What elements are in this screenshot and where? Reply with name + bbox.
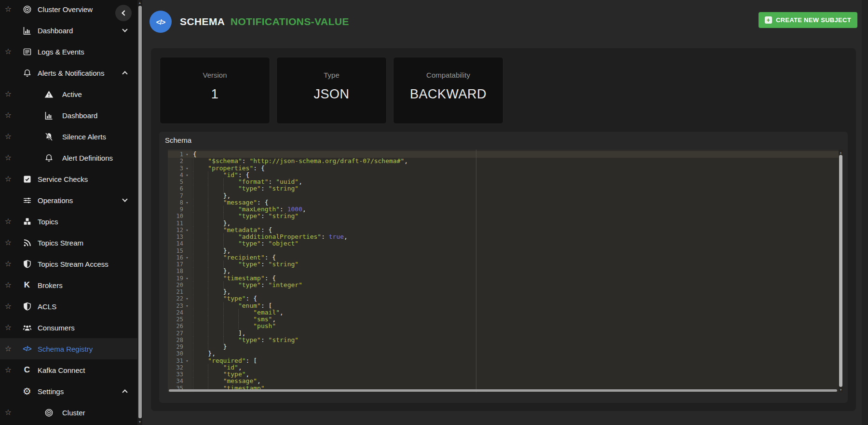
letter-K-icon: K [21,279,33,291]
sidebar-item-topics-stream-access[interactable]: ☆Topics Stream Access [0,253,137,274]
favorite-star-icon[interactable]: ☆ [4,345,13,353]
indent-guide [208,247,223,254]
gutter-line[interactable]: 6 [168,185,192,192]
sidebar-item-brokers[interactable]: ☆KBrokers [0,274,137,296]
sidebar-scrollbar-thumb[interactable] [138,6,142,418]
gutter-line[interactable]: 10 [168,213,192,219]
gutter-line[interactable]: 34 [168,378,192,384]
gutter-line[interactable]: 1▾ [168,151,192,158]
fold-arrow-icon[interactable]: ▾ [183,199,191,206]
gutter-line[interactable]: 25 [168,316,192,323]
favorite-star-icon[interactable]: ☆ [4,111,13,119]
favorite-star-icon[interactable]: ☆ [4,324,13,331]
fold-placeholder [183,371,191,378]
favorite-star-icon[interactable]: ☆ [4,154,13,162]
gutter-line[interactable]: 28 [168,337,192,343]
create-new-subject-button[interactable]: + CREATE NEW SUBJECT [759,12,857,28]
fold-arrow-icon[interactable]: ▾ [183,295,191,302]
gutter-line[interactable]: 21 [168,288,192,295]
gutter-line[interactable]: 26 [168,323,192,329]
gutter-line[interactable]: 2 [168,158,192,165]
gutter-line[interactable]: 23▾ [168,302,192,309]
gutter-line[interactable]: 14 [168,240,192,247]
fold-arrow-icon[interactable]: ▾ [183,227,191,233]
sidebar-item-silence-alerts[interactable]: ☆Silence Alerts [0,126,137,147]
favorite-star-icon[interactable]: ☆ [4,239,13,247]
gutter-line[interactable]: 20 [168,282,192,288]
gutter-line[interactable]: 30 [168,350,192,357]
gutter-line[interactable]: 9 [168,206,192,213]
gutter-line[interactable]: 19▾ [168,275,192,282]
fold-arrow-icon[interactable]: ▾ [183,151,191,158]
favorite-star-icon[interactable]: ☆ [4,5,13,13]
gutter-line[interactable]: 32 [168,364,192,371]
sidebar-item-topics-stream[interactable]: ☆Topics Stream [0,232,137,253]
sidebar-item-alert-definitions[interactable]: ☆Alert Definitions [0,147,137,168]
fold-arrow-icon[interactable]: ▾ [183,172,191,178]
code-token: "integer" [269,281,302,288]
favorite-star-icon[interactable]: ☆ [4,281,13,289]
sidebar-item-cluster[interactable]: ☆Cluster [0,402,137,423]
scroll-up-arrow-icon[interactable]: ▲ [137,0,142,6]
scroll-up-arrow-icon[interactable]: ▲ [839,150,843,155]
sidebar-item-dashboard[interactable]: Dashboard [0,20,137,41]
sidebar-scrollbar[interactable]: ▲ ▼ [137,0,142,425]
fold-arrow-icon[interactable]: ▾ [183,302,191,309]
favorite-star-icon[interactable]: ☆ [4,260,13,268]
gutter-line[interactable]: 29 [168,343,192,350]
sidebar-item-schema-registry[interactable]: ☆</>Schema Registry [0,338,137,359]
favorite-star-icon[interactable]: ☆ [4,302,13,310]
favorite-star-icon[interactable]: ☆ [4,409,13,416]
favorite-star-icon[interactable]: ☆ [4,133,13,140]
indent-guide [223,315,238,323]
sidebar-item-service-checks[interactable]: ☆Service Checks [0,168,137,190]
page-scrollbar[interactable] [862,0,868,425]
gutter-line[interactable]: 22▾ [168,295,192,302]
gutter-line[interactable]: 5 [168,178,192,185]
gutter-line[interactable]: 16▾ [168,254,192,261]
favorite-star-icon[interactable]: ☆ [4,175,13,183]
fold-arrow-icon[interactable]: ▾ [183,275,191,282]
editor-horizontal-scrollbar[interactable] [169,389,837,392]
sidebar-item-operations[interactable]: Operations [0,190,137,211]
sidebar-item-dashboard[interactable]: ☆Dashboard [0,105,137,126]
gutter-line[interactable]: 24 [168,309,192,316]
sidebar-item-label: Brokers [38,281,63,289]
gutter-line[interactable]: 33 [168,371,192,378]
gutter-line[interactable]: 12▾ [168,227,192,233]
sidebar-item-active[interactable]: ☆Active [0,83,137,105]
gutter-line[interactable]: 27 [168,330,192,337]
scroll-down-arrow-icon[interactable]: ▼ [839,387,843,392]
json-schema-editor[interactable]: 1▾23▾4▾5678▾9101112▾13141516▾171819▾2021… [168,150,843,392]
gutter-line[interactable]: 8▾ [168,199,192,206]
gutter-line[interactable]: 31▾ [168,357,192,364]
sidebar-item-logs-events[interactable]: ☆Logs & Events [0,41,137,62]
gutter-line[interactable]: 7 [168,192,192,199]
editor-vertical-scrollbar[interactable]: ▲ ▼ [839,150,843,392]
sidebar-item-settings[interactable]: ⚙Settings [0,381,137,402]
editor-vscroll-thumb[interactable] [839,155,842,387]
gutter-line[interactable]: 11 [168,220,192,227]
sidebar-item-kafka-connect[interactable]: ☆CKafka Connect [0,359,137,381]
sidebar-item-alerts-notifications[interactable]: Alerts & Notifications [0,62,137,83]
line-number: 18 [168,268,183,274]
gutter-line[interactable]: 13 [168,233,192,240]
gutter-line[interactable]: 4▾ [168,172,192,178]
sidebar-item-consumers[interactable]: ☆Consumers [0,317,137,338]
favorite-star-icon[interactable]: ☆ [4,48,13,55]
gutter-line[interactable]: 15 [168,247,192,254]
gutter-line[interactable]: 18 [168,268,192,274]
favorite-star-icon[interactable]: ☆ [4,218,13,225]
sidebar-item-topics[interactable]: ☆Topics [0,211,137,232]
gutter-line[interactable]: 3▾ [168,165,192,172]
fold-arrow-icon[interactable]: ▾ [183,357,191,364]
scroll-down-arrow-icon[interactable]: ▼ [137,419,142,425]
fold-arrow-icon[interactable]: ▾ [183,165,191,172]
indent-guide [193,219,208,227]
favorite-star-icon[interactable]: ☆ [4,366,13,374]
sidebar-collapse-button[interactable] [115,5,132,21]
gutter-line[interactable]: 17 [168,261,192,268]
favorite-star-icon[interactable]: ☆ [4,90,13,98]
sidebar-item-acls[interactable]: ☆ACLS [0,296,137,317]
fold-arrow-icon[interactable]: ▾ [183,254,191,261]
